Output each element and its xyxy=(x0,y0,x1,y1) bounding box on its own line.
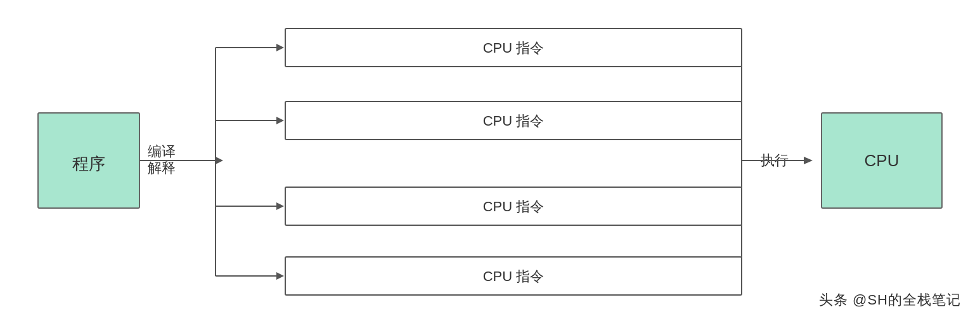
execute-arrowhead xyxy=(804,157,813,164)
watermark: 头条 @SH的全栈笔记 xyxy=(819,291,961,310)
cpu-label: CPU xyxy=(865,151,899,170)
compile-label: 编译 xyxy=(148,143,176,159)
program-label: 程序 xyxy=(72,154,105,173)
diagram-container: 程序 CPU CPU 指令 CPU 指令 CPU 指令 CPU 指令 编译 解释… xyxy=(0,0,980,321)
diagram-svg: 程序 CPU CPU 指令 CPU 指令 CPU 指令 CPU 指令 编译 解释… xyxy=(0,0,980,321)
branch-arrowhead-1 xyxy=(276,44,284,51)
instruction-label-1: CPU 指令 xyxy=(483,40,545,56)
main-arrowhead xyxy=(216,157,223,164)
branch-arrowhead-2 xyxy=(276,117,284,124)
branch-arrowhead-3 xyxy=(276,202,284,210)
instruction-label-4: CPU 指令 xyxy=(483,268,545,284)
interpret-label: 解释 xyxy=(148,160,176,176)
instruction-label-3: CPU 指令 xyxy=(483,199,545,214)
branch-arrowhead-4 xyxy=(276,272,284,280)
instruction-label-2: CPU 指令 xyxy=(483,113,545,129)
